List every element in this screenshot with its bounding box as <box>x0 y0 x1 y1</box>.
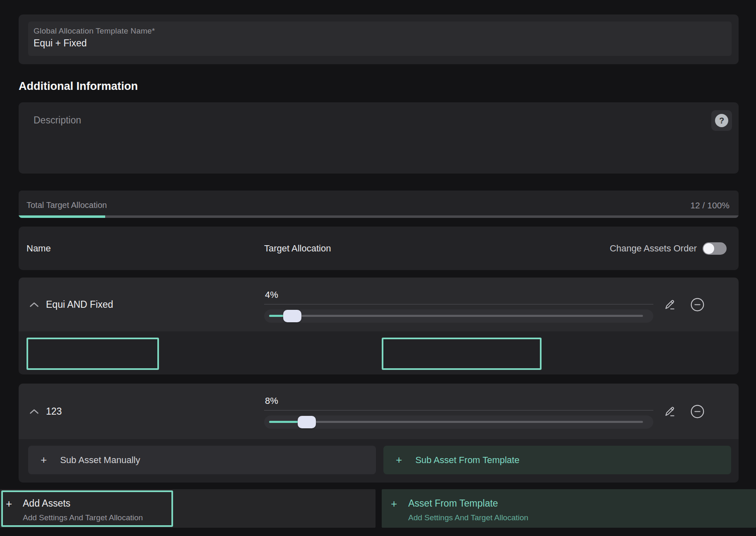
description-textarea[interactable] <box>19 102 739 174</box>
help-icon: ? <box>715 114 728 127</box>
sub-asset-manually-label: Sub Asset Manually <box>60 455 140 466</box>
asset-row-actions: + Sub Asset Manually + Sub Asset From Te… <box>19 439 739 483</box>
help-button[interactable]: ? <box>711 110 732 131</box>
allocation-divider <box>264 410 653 410</box>
toggle-knob <box>703 243 714 254</box>
slider-rail <box>269 315 643 317</box>
slider-thumb[interactable] <box>298 416 316 428</box>
slider-thumb[interactable] <box>283 310 301 322</box>
chevron-up-icon[interactable] <box>29 302 39 307</box>
total-target-allocation-label: Total Target Allocation <box>26 200 107 210</box>
edit-pencil-icon[interactable] <box>664 405 676 418</box>
target-allocation-slider[interactable] <box>264 309 653 323</box>
plus-icon: + <box>41 454 47 466</box>
asset-row-main: 123 8% <box>19 384 739 439</box>
slider-fill <box>269 421 299 423</box>
asset-name: Equi AND Fixed <box>46 299 113 310</box>
target-allocation-slider[interactable] <box>264 415 653 429</box>
remove-minus-icon[interactable] <box>690 297 705 312</box>
column-header-target-allocation: Target Allocation <box>264 243 331 254</box>
add-assets-title: Add Assets <box>23 498 70 509</box>
chevron-up-icon[interactable] <box>29 409 39 414</box>
allocation-progress-fill <box>19 215 105 218</box>
sub-asset-from-template-label: Sub Asset From Template <box>415 455 520 466</box>
asset-from-template-button[interactable]: + Asset From Template Add Settings And T… <box>382 489 756 528</box>
table-header: Name Target Allocation Change Assets Ord… <box>19 227 739 270</box>
asset-row-main: Equi AND Fixed 4% <box>19 278 739 331</box>
slider-rail <box>269 421 643 423</box>
additional-information-heading: Additional Information <box>19 80 138 93</box>
change-assets-order-label: Change Assets Order <box>610 243 697 254</box>
total-target-allocation-value: 12 / 100% <box>690 200 730 210</box>
slider-fill <box>269 315 284 317</box>
asset-row-actions: + Sub Asset Manually + Sub Asset From Te… <box>19 331 739 374</box>
template-name-field[interactable]: Global Allocation Template Name* <box>28 22 732 56</box>
allocation-template-page: Global Allocation Template Name* Additio… <box>0 0 756 536</box>
asset-row: Equi AND Fixed 4% <box>19 278 739 374</box>
asset-name: 123 <box>46 406 62 417</box>
remove-minus-icon[interactable] <box>690 404 705 419</box>
description-panel: ? <box>19 102 739 174</box>
add-assets-subtitle: Add Settings And Target Allocation <box>23 513 143 522</box>
template-name-input[interactable] <box>34 38 726 49</box>
sub-asset-manually-button[interactable]: + Sub Asset Manually <box>28 446 376 474</box>
asset-from-template-subtitle: Add Settings And Target Allocation <box>408 513 528 522</box>
plus-icon: + <box>396 454 402 466</box>
change-assets-order-toggle[interactable] <box>703 242 727 255</box>
total-target-allocation-bar: Total Target Allocation 12 / 100% <box>19 191 739 218</box>
plus-icon: + <box>6 497 12 510</box>
asset-from-template-title: Asset From Template <box>408 498 498 509</box>
allocation-divider <box>264 304 653 304</box>
template-name-label: Global Allocation Template Name* <box>34 27 726 36</box>
target-allocation-value: 8% <box>265 396 278 406</box>
asset-row: 123 8% <box>19 384 739 483</box>
plus-icon: + <box>391 497 397 510</box>
template-name-panel: Global Allocation Template Name* <box>19 14 739 64</box>
target-allocation-value: 4% <box>265 290 278 300</box>
edit-pencil-icon[interactable] <box>664 298 676 311</box>
column-header-name: Name <box>26 243 51 254</box>
sub-asset-from-template-button[interactable]: + Sub Asset From Template <box>383 446 731 474</box>
allocation-progress-track <box>19 215 739 218</box>
add-assets-button[interactable]: + Add Assets Add Settings And Target All… <box>0 489 376 528</box>
